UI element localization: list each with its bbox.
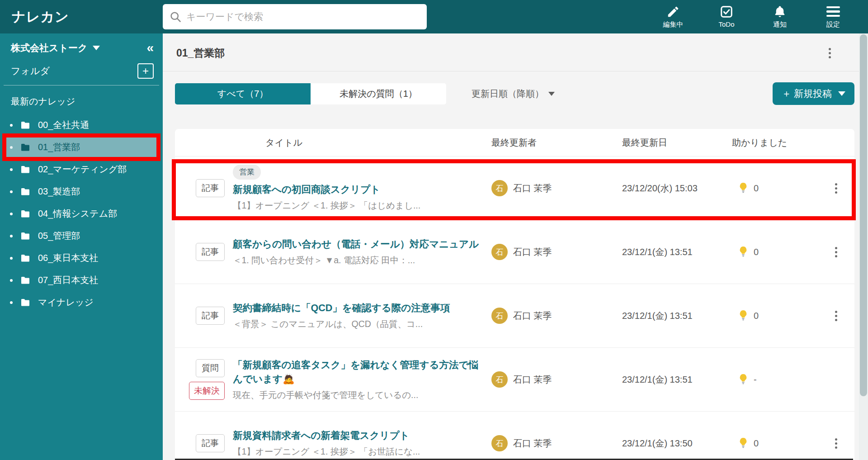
lightbulb-icon — [738, 310, 748, 322]
updated-date: 23/12/1(金) 13:50 — [620, 437, 732, 450]
avatar: 石 — [491, 371, 508, 388]
menu-cell — [818, 181, 854, 195]
helped-count: 0 — [754, 183, 759, 194]
table-row[interactable]: 記事 顧客からの問い合わせ（電話・メール）対応マニュアル ＜1. 問い合わせ受付… — [175, 220, 854, 284]
tag-pill[interactable]: 営業 — [233, 165, 261, 180]
bullet-icon — [10, 146, 13, 149]
menu-cell — [818, 309, 854, 323]
editing-button[interactable]: 編集中 — [659, 5, 687, 29]
type-badges: 記事 — [175, 434, 226, 452]
folder-icon — [20, 120, 31, 131]
knowledge-title-link[interactable]: 「新規顧客の追客タスク」を漏れなく管理する方法で悩んでいます🙇 — [233, 358, 481, 386]
sidebar: 株式会社ストーク « フォルダ + 最新のナレッジ 00_全社共通 01_営業部 — [0, 33, 163, 460]
avatar: 石 — [491, 244, 508, 260]
folder-label: 05_管理部 — [38, 230, 80, 242]
folder-label: 06_東日本支社 — [38, 252, 98, 264]
type-badge: 記事 — [196, 243, 225, 261]
helped-count: 0 — [754, 311, 759, 321]
folder-icon — [20, 142, 31, 153]
collapse-sidebar-button[interactable]: « — [146, 42, 154, 54]
updater-name: 石口 茉季 — [513, 310, 552, 322]
tab-all[interactable]: すべて（7） — [175, 83, 311, 104]
row-options-kebab-icon[interactable] — [833, 245, 839, 259]
folder-section-label: フォルダ — [11, 65, 50, 77]
bell-icon — [773, 5, 787, 19]
menu-cell — [818, 245, 854, 259]
sidebar-folder-item[interactable]: 02_マーケティング部 — [5, 158, 158, 180]
company-name: 株式会社ストーク — [11, 42, 87, 54]
menu-cell — [818, 436, 854, 451]
title-cell: 契約書締結時に「QCD」を確認する際の注意事項 ＜背景＞ このマニュアルは、QC… — [226, 301, 491, 330]
updater-cell: 石 石口 茉季 — [491, 180, 620, 196]
sort-dropdown[interactable]: 更新日順（降順） — [472, 88, 555, 100]
chevron-down-icon — [548, 92, 555, 96]
table-header-row: タイトル 最終更新者 最終更新日 助かりました — [175, 129, 854, 156]
chevron-down-icon — [838, 91, 845, 96]
folder-icon — [20, 186, 31, 197]
knowledge-title-link[interactable]: 契約書締結時に「QCD」を確認する際の注意事項 — [233, 301, 450, 315]
helped-cell: - — [732, 374, 818, 385]
scrollbar-thumb[interactable] — [860, 34, 867, 396]
type-badge: 記事 — [196, 434, 225, 452]
folder-list: 00_全社共通 01_営業部 02_マーケティング部 03_製造部 — [0, 112, 163, 313]
lightbulb-icon — [738, 437, 748, 449]
table-row[interactable]: 記事 営業 新規顧客への初回商談スクリプト 【1】オープニング ＜1. 挨拶＞ … — [175, 156, 854, 220]
todo-button[interactable]: ToDo — [712, 5, 741, 29]
bullet-icon — [10, 301, 13, 304]
folder-icon — [20, 231, 31, 242]
knowledge-snippet: 【1】オープニング ＜1. 挨拶＞ 「お世話にな... — [233, 446, 420, 457]
helped-cell: 0 — [732, 310, 818, 322]
folder-icon — [20, 164, 31, 175]
sidebar-folder-item[interactable]: 04_情報システム部 — [5, 203, 158, 225]
chevron-down-icon — [93, 46, 100, 50]
filter-tabs: すべて（7） 未解決の質問（1） — [175, 83, 446, 104]
type-badge: 記事 — [196, 307, 225, 325]
column-header-updater: 最終更新者 — [491, 137, 620, 149]
add-folder-button[interactable]: + — [137, 63, 154, 79]
sidebar-folder-item[interactable]: 05_管理部 — [5, 225, 158, 247]
main-content: 01_営業部 すべて（7） 未解決の質問（1） 更新日順（降順） ＋ 新規投稿 … — [163, 33, 868, 460]
pencil-icon — [666, 5, 680, 19]
new-post-button[interactable]: ＋ 新規投稿 — [773, 82, 854, 105]
updater-cell: 石 石口 茉季 — [491, 435, 620, 451]
lightbulb-icon — [738, 182, 748, 194]
knowledge-title-link[interactable]: 新規顧客への初回商談スクリプト — [233, 183, 380, 197]
row-options-kebab-icon[interactable] — [833, 436, 839, 451]
knowledge-snippet: ＜1. 問い合わせ受付＞ ▼a. 電話対応 田中：... — [233, 255, 415, 266]
sidebar-folder-item[interactable]: 06_東日本支社 — [5, 247, 158, 269]
folder-options-kebab-icon[interactable] — [827, 46, 833, 60]
updater-name: 石口 茉季 — [513, 182, 552, 194]
sidebar-folder-item[interactable]: マイナレッジ — [5, 291, 158, 313]
sidebar-folder-item[interactable]: 07_西日本支社 — [5, 269, 158, 291]
folder-label: 00_全社共通 — [38, 119, 89, 131]
updated-date: 23/12/1(金) 13:51 — [620, 374, 732, 386]
tab-unresolved-questions[interactable]: 未解決の質問（1） — [311, 83, 446, 104]
sidebar-folder-item[interactable]: 03_製造部 — [5, 180, 158, 203]
company-selector[interactable]: 株式会社ストーク « — [0, 33, 163, 54]
todo-check-icon — [720, 5, 733, 19]
latest-knowledge-link[interactable]: 最新のナレッジ — [0, 85, 163, 112]
settings-button[interactable]: 設定 — [819, 5, 847, 29]
table-row[interactable]: 記事 契約書締結時に「QCD」を確認する際の注意事項 ＜背景＞ このマニュアルは… — [175, 284, 854, 348]
updated-date: 23/12/1(金) 13:51 — [620, 310, 732, 322]
sort-label: 更新日順（降順） — [472, 88, 544, 100]
sidebar-folder-item[interactable]: 01_営業部 — [5, 136, 158, 158]
sidebar-folder-item[interactable]: 00_全社共通 — [5, 114, 158, 136]
knowledge-title-link[interactable]: 新規資料請求者への新着架電スクリプト — [233, 429, 410, 443]
search-input[interactable] — [163, 4, 427, 29]
folder-icon — [20, 253, 31, 264]
folder-label: 01_営業部 — [38, 141, 80, 153]
title-cell: 新規資料請求者への新着架電スクリプト 【1】オープニング ＜1. 挨拶＞ 「お世… — [226, 429, 491, 458]
row-options-kebab-icon[interactable] — [833, 181, 839, 195]
table-row[interactable]: 記事 新規資料請求者への新着架電スクリプト 【1】オープニング ＜1. 挨拶＞ … — [175, 412, 854, 460]
folder-icon — [20, 209, 31, 219]
type-badge: 質問 — [196, 359, 225, 377]
avatar: 石 — [491, 435, 508, 451]
notifications-button[interactable]: 通知 — [766, 5, 794, 29]
knowledge-table: タイトル 最終更新者 最終更新日 助かりました 記事 営業 新規顧客への初回商談… — [175, 129, 854, 460]
scrollbar[interactable] — [859, 33, 868, 460]
table-row[interactable]: 質問 未解決 「新規顧客の追客タスク」を漏れなく管理する方法で悩んでいます🙇 現… — [175, 348, 854, 412]
row-options-kebab-icon[interactable] — [833, 309, 839, 323]
avatar: 石 — [491, 180, 508, 196]
knowledge-title-link[interactable]: 顧客からの問い合わせ（電話・メール）対応マニュアル — [233, 237, 479, 251]
